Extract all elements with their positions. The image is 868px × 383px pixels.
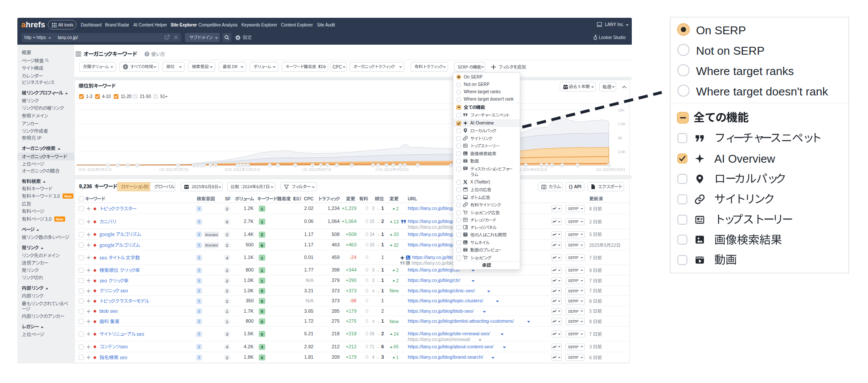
svg-text:1: 1	[294, 164, 296, 167]
svg-text:2: 2	[203, 164, 205, 167]
svg-text:4: 4	[450, 164, 452, 167]
svg-text:2: 2	[312, 164, 313, 167]
svg-text:3: 3	[193, 164, 194, 167]
svg-text:1: 1	[200, 164, 201, 167]
svg-text:1: 1	[107, 164, 108, 167]
svg-text:3: 3	[546, 164, 547, 167]
svg-text:1: 1	[377, 164, 379, 167]
svg-text:4: 4	[372, 164, 373, 167]
svg-text:2: 2	[386, 164, 387, 167]
svg-text:4: 4	[551, 164, 552, 167]
svg-text:3: 3	[393, 164, 394, 167]
svg-text:1: 1	[525, 164, 526, 167]
svg-text:1: 1	[327, 164, 328, 167]
svg-text:3: 3	[320, 164, 321, 167]
svg-text:2: 2	[541, 164, 542, 167]
svg-text:1: 1	[237, 164, 238, 167]
svg-text:2: 2	[404, 164, 405, 167]
svg-text:4: 4	[196, 164, 198, 167]
svg-text:1: 1	[608, 164, 609, 167]
svg-text:4: 4	[215, 164, 216, 167]
svg-text:3: 3	[351, 164, 352, 167]
svg-text:?: ?	[465, 233, 466, 236]
svg-text:1: 1	[136, 164, 138, 167]
svg-text:3: 3	[244, 164, 245, 167]
svg-text:2: 2	[117, 164, 118, 167]
svg-text:2: 2	[277, 164, 278, 167]
svg-text:2: 2	[240, 164, 241, 167]
svg-text:3: 3	[417, 164, 418, 167]
svg-text:1: 1	[399, 164, 401, 167]
svg-text:3: 3	[210, 164, 211, 167]
svg-text:2: 2	[577, 164, 578, 167]
svg-text:4: 4	[247, 164, 248, 167]
svg-text:3: 3	[127, 164, 128, 167]
svg-text:2: 2	[177, 164, 178, 167]
svg-text:2: 2	[336, 164, 337, 167]
svg-text:1: 1	[269, 164, 270, 167]
svg-text:1: 1	[561, 164, 563, 167]
